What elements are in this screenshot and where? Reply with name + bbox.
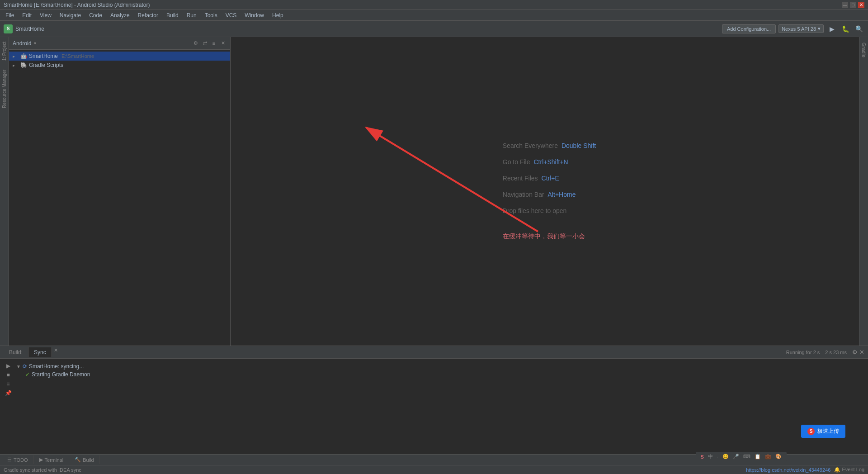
build-header-icons: Running for 2 s 2 s 23 ms ⚙ ✕ bbox=[786, 349, 864, 356]
build-content: ▶ ■ ≡ 📌 ▼ ⟳ SmartHome: syncing... ✓ Star… bbox=[0, 359, 868, 454]
build-tree-root[interactable]: ▼ ⟳ SmartHome: syncing... bbox=[16, 362, 864, 370]
hint-recent: Recent Files Ctrl+E bbox=[503, 175, 559, 182]
tab-todo-label: TODO bbox=[14, 457, 28, 463]
ime-emoji[interactable]: 😊 bbox=[721, 453, 730, 460]
expand-arrow-icon: ▼ bbox=[16, 364, 21, 369]
upload-label: 极速上传 bbox=[817, 427, 839, 435]
build-left-icons: ▶ ■ ≡ 📌 bbox=[4, 362, 13, 450]
ime-mode[interactable]: 中 bbox=[707, 453, 714, 460]
hint-navbar: Navigation Bar Alt+Home bbox=[503, 191, 576, 198]
tree-item-gradle-scripts[interactable]: ▸ 🐘 Gradle Scripts bbox=[9, 61, 230, 70]
ime-chinese[interactable]: S bbox=[699, 454, 705, 460]
close-panel-icon[interactable]: ✕ bbox=[219, 40, 226, 47]
android-icon: 🤖 bbox=[20, 52, 27, 60]
tab-build[interactable]: 🔨 Build bbox=[69, 455, 99, 464]
chinese-hint: 在缓冲等待中，我们等一小会 bbox=[503, 232, 585, 241]
menu-item-refactor[interactable]: Refactor bbox=[134, 11, 162, 19]
sync-icon[interactable]: ⇄ bbox=[201, 40, 208, 47]
options-icon[interactable]: ≡ bbox=[210, 40, 217, 47]
menu-item-help[interactable]: Help bbox=[269, 11, 287, 19]
chevron-down-icon: ▾ bbox=[34, 41, 36, 46]
build-close-icon[interactable]: ✕ bbox=[859, 349, 864, 356]
build-tree: ▼ ⟳ SmartHome: syncing... ✓ Starting Gra… bbox=[16, 362, 864, 450]
panel-header-left: Android ▾ bbox=[13, 40, 36, 47]
menu-item-navigate[interactable]: Navigate bbox=[56, 11, 85, 19]
menu-item-view[interactable]: View bbox=[36, 11, 55, 19]
search-everywhere-button[interactable]: 🔍 bbox=[854, 24, 864, 34]
gradle-icon: 🐘 bbox=[20, 62, 27, 69]
ime-keyboard[interactable]: ⌨ bbox=[742, 453, 752, 460]
menu-item-vcs[interactable]: VCS bbox=[222, 11, 241, 19]
hint-drop-text: Drop files here to open bbox=[503, 207, 567, 214]
title-controls: — □ ✕ bbox=[842, 2, 864, 8]
tab-todo[interactable]: ☰ TODO bbox=[2, 455, 34, 464]
build-panel: Build: Sync ✕ Running for 2 s 2 s 23 ms … bbox=[0, 346, 868, 454]
rebuild-icon[interactable]: ▶ bbox=[5, 362, 12, 370]
menu-item-window[interactable]: Window bbox=[241, 11, 268, 19]
menu-item-build[interactable]: Build bbox=[163, 11, 182, 19]
menu-bar: FileEditViewNavigateCodeAnalyzeRefactorB… bbox=[0, 10, 868, 21]
menu-item-code[interactable]: Code bbox=[85, 11, 106, 19]
hint-drop: Drop files here to open bbox=[503, 207, 567, 214]
filter-icon[interactable]: ≡ bbox=[5, 380, 12, 388]
build-settings-icon[interactable]: ⚙ bbox=[852, 349, 858, 356]
tab-build-label: Build bbox=[83, 457, 94, 463]
toolbar: S SmartHome Add Configuration... Nexus 5… bbox=[0, 21, 868, 37]
check-icon: ✓ bbox=[25, 371, 30, 378]
hint-goto: Go to File Ctrl+Shift+N bbox=[503, 158, 568, 166]
add-configuration-button[interactable]: Add Configuration... bbox=[722, 24, 776, 33]
menu-item-analyze[interactable]: Analyze bbox=[107, 11, 133, 19]
project-panel: Android ▾ ⚙ ⇄ ≡ ✕ ▸ 🤖 SmartHome E:\Smart… bbox=[9, 37, 231, 346]
menu-item-edit[interactable]: Edit bbox=[19, 11, 35, 19]
tree-item-smarthome[interactable]: ▸ 🤖 SmartHome E:\SmartHome bbox=[9, 52, 230, 61]
debug-button[interactable]: 🐛 bbox=[840, 24, 851, 34]
sidebar-item-resource-manager[interactable]: Resource Manager bbox=[0, 65, 8, 113]
settings-icon[interactable]: ⚙ bbox=[192, 40, 199, 47]
ime-mic[interactable]: 🎤 bbox=[731, 453, 741, 460]
build-running-time: 2 s 23 ms bbox=[825, 350, 847, 355]
sidebar-item-project[interactable]: 1: Project bbox=[0, 37, 8, 65]
device-selector[interactable]: Nexus 5 API 28 ▾ bbox=[778, 24, 824, 33]
event-log-button[interactable]: 🔔 Event Log bbox=[834, 467, 864, 473]
ime-toolbar: S 中 · 😊 🎤 ⌨ 📋 💼 🎨 bbox=[696, 452, 787, 461]
ime-clipboard[interactable]: 📋 bbox=[753, 453, 762, 460]
project-panel-header: Android ▾ ⚙ ⇄ ≡ ✕ bbox=[9, 37, 230, 50]
close-button[interactable]: ✕ bbox=[858, 2, 864, 8]
ime-theme[interactable]: 🎨 bbox=[774, 453, 783, 460]
close-tab-icon[interactable]: ✕ bbox=[54, 347, 58, 357]
gradle-tab[interactable]: Gradle bbox=[860, 39, 868, 61]
hint-goto-shortcut: Ctrl+Shift+N bbox=[533, 158, 568, 166]
ime-skin[interactable]: 💼 bbox=[764, 453, 773, 460]
project-title: SmartHome bbox=[15, 26, 44, 32]
menu-item-tools[interactable]: Tools bbox=[201, 11, 221, 19]
pin-icon[interactable]: 📌 bbox=[5, 389, 12, 397]
build-running-text: Running for 2 s bbox=[786, 350, 820, 355]
build-tree-child: ✓ Starting Gradle Daemon bbox=[25, 370, 864, 379]
build-tab-sync[interactable]: Sync bbox=[28, 347, 52, 357]
title-bar: SmartHome [E:\SmartHome] - Android Studi… bbox=[0, 0, 868, 10]
build-tree-child-label: Starting Gradle Daemon bbox=[32, 371, 90, 378]
editor-area: Search Everywhere Double Shift Go to Fil… bbox=[231, 37, 868, 346]
hint-recent-shortcut: Ctrl+E bbox=[542, 175, 559, 182]
upload-icon: S bbox=[807, 428, 815, 435]
tab-terminal[interactable]: ▶ Terminal bbox=[34, 455, 70, 464]
hint-navbar-text: Navigation Bar bbox=[503, 191, 544, 198]
device-label: Nexus 5 API 28 bbox=[782, 26, 816, 32]
minimize-button[interactable]: — bbox=[842, 2, 848, 8]
ime-dot[interactable]: · bbox=[716, 454, 720, 460]
stop-icon[interactable]: ■ bbox=[5, 371, 12, 379]
sync-status-text: Gradle sync started with IDEA sync bbox=[4, 467, 81, 473]
sync-spinner-icon: ⟳ bbox=[23, 363, 27, 370]
run-button[interactable]: ▶ bbox=[826, 24, 837, 34]
hint-goto-text: Go to File bbox=[503, 158, 530, 166]
status-url[interactable]: https://blog.csdn.net/weixin_43449246 bbox=[746, 467, 830, 473]
menu-item-run[interactable]: Run bbox=[183, 11, 200, 19]
maximize-button[interactable]: □ bbox=[850, 2, 856, 8]
gradle-sidebar: Gradle bbox=[859, 37, 868, 346]
build-tab-build[interactable]: Build: bbox=[4, 347, 28, 357]
editor-content: Search Everywhere Double Shift Go to Fil… bbox=[503, 142, 596, 241]
tree-label-smarthome: SmartHome bbox=[29, 53, 58, 59]
menu-item-file[interactable]: File bbox=[2, 11, 18, 19]
chevron-down-icon: ▾ bbox=[818, 26, 821, 32]
upload-button[interactable]: S 极速上传 bbox=[801, 425, 845, 438]
